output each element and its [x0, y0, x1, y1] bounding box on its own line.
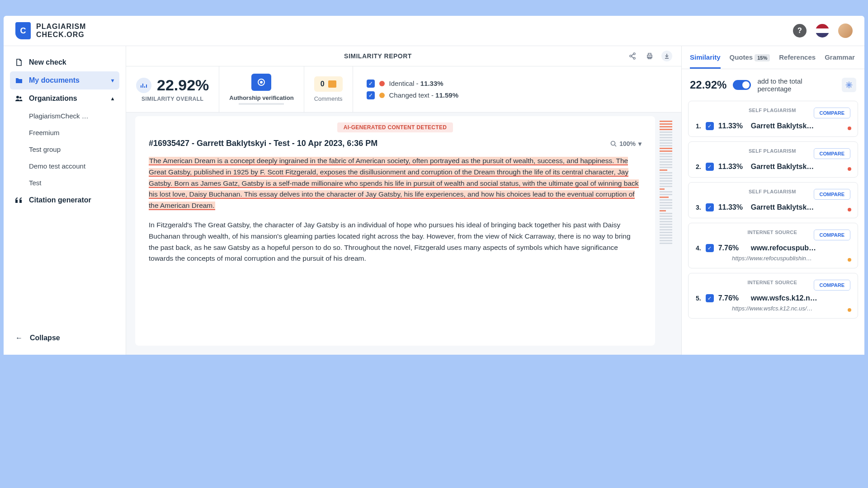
sidebar-org-item[interactable]: Freemium — [10, 124, 119, 141]
language-flag-icon[interactable] — [816, 24, 829, 38]
collapse-button[interactable]: ← Collapse — [10, 328, 119, 347]
svg-point-1 — [19, 97, 22, 99]
source-name: www.wsfcs.k12.n… — [751, 294, 817, 302]
source-dot-icon — [848, 208, 851, 211]
print-icon[interactable] — [644, 51, 655, 61]
svg-point-10 — [611, 141, 615, 145]
dot-orange-icon — [379, 93, 385, 98]
dot-red-icon — [379, 81, 385, 86]
highlighted-text[interactable]: The American Dream is a concept deeply i… — [149, 157, 639, 210]
folder-icon — [15, 77, 23, 84]
sidebar-citation-generator[interactable]: Citation generator — [10, 191, 119, 209]
report-title: SIMILARITY REPORT — [135, 52, 621, 60]
source-card[interactable]: SELF PLAGIARISM COMPARE 2. ✓ 11.33% Garr… — [688, 141, 858, 178]
quotes-badge: 15% — [755, 54, 770, 61]
source-tag: SELF PLAGIARISM — [749, 148, 796, 154]
compare-button[interactable]: COMPARE — [814, 148, 850, 159]
compare-button[interactable]: COMPARE — [814, 189, 850, 200]
chevron-down-icon: ▾ — [638, 140, 642, 147]
gear-icon[interactable] — [842, 78, 856, 92]
comments-label: Comments — [314, 95, 343, 102]
sidebar: New check My documents ▾ Organizations ▴… — [4, 46, 126, 355]
app-header: C PLAGIARISM CHECK.ORG ? — [4, 16, 864, 46]
search-icon — [610, 141, 617, 147]
source-tag: INTERNET SOURCE — [747, 230, 797, 235]
share-icon[interactable] — [627, 51, 638, 61]
sidebar-org-item[interactable]: PlagiarismCheck … — [10, 108, 119, 124]
minimap[interactable] — [660, 116, 672, 346]
compare-button[interactable]: COMPARE — [814, 230, 850, 240]
svg-rect-6 — [648, 53, 651, 55]
zoom-value: 100% — [619, 140, 636, 147]
svg-point-0 — [16, 96, 19, 99]
comment-icon — [328, 80, 336, 88]
tab-quotes[interactable]: Quotes15% — [730, 53, 770, 69]
source-card[interactable]: SELF PLAGIARISM COMPARE 3. ✓ 11.33% Garr… — [688, 182, 858, 218]
stat-authorship[interactable]: Authorship verification — [219, 66, 304, 112]
source-percentage: 7.76% — [718, 244, 746, 252]
ai-detected-banner: AI-GENERATED CONTENT DETECTED — [337, 122, 453, 132]
source-checkbox[interactable]: ✓ — [706, 294, 714, 302]
checkbox-identical[interactable]: ✓ — [367, 80, 375, 88]
download-icon[interactable] — [661, 51, 672, 61]
source-card[interactable]: INTERNET SOURCE COMPARE 5. ✓ 7.76% www.w… — [688, 273, 858, 319]
source-checkbox[interactable]: ✓ — [706, 163, 714, 171]
source-checkbox[interactable]: ✓ — [706, 122, 714, 130]
sidebar-label: Organizations — [29, 94, 77, 103]
toggle-add-total[interactable] — [733, 80, 751, 90]
arrow-left-icon: ← — [15, 334, 23, 342]
source-number: 1. — [696, 122, 701, 130]
source-name: Garrett Baklytsk… — [751, 203, 814, 211]
source-dot-icon — [848, 167, 851, 171]
similarity-value: 22.92% — [157, 76, 209, 94]
logo[interactable]: C PLAGIARISM CHECK.ORG — [15, 22, 86, 39]
users-icon — [15, 95, 23, 102]
panel-percentage: 22.92% — [690, 79, 726, 91]
tab-similarity[interactable]: Similarity — [690, 53, 721, 69]
sidebar-label: New check — [29, 58, 66, 66]
source-checkbox[interactable]: ✓ — [706, 244, 714, 252]
sidebar-org-item[interactable]: Test — [10, 174, 119, 191]
brand-line2: CHECK.ORG — [36, 31, 86, 39]
logo-mark-icon: C — [15, 22, 31, 39]
svg-point-9 — [260, 81, 263, 84]
quote-icon — [15, 197, 23, 203]
tab-references[interactable]: References — [779, 53, 816, 69]
similarity-label: SIMILARITY OVERALL — [142, 96, 203, 102]
source-dot-icon — [848, 258, 851, 262]
source-number: 4. — [696, 244, 701, 252]
sidebar-my-documents[interactable]: My documents ▾ — [10, 71, 119, 89]
avatar[interactable] — [838, 23, 853, 38]
sidebar-org-item[interactable]: Test group — [10, 141, 119, 158]
source-tag: INTERNET SOURCE — [747, 280, 797, 285]
help-icon[interactable]: ? — [793, 24, 807, 38]
compare-button[interactable]: COMPARE — [814, 108, 850, 118]
chart-icon — [136, 78, 151, 93]
source-number: 5. — [696, 295, 701, 302]
source-number: 2. — [696, 163, 701, 170]
source-percentage: 11.33% — [718, 122, 746, 130]
comments-count: 0 — [321, 80, 325, 88]
compare-button[interactable]: COMPARE — [814, 280, 850, 291]
sidebar-new-check[interactable]: New check — [10, 53, 119, 71]
sidebar-org-item[interactable]: Demo test account — [10, 158, 119, 174]
source-dot-icon — [848, 127, 851, 130]
source-tag: SELF PLAGIARISM — [749, 108, 796, 113]
authorship-label: Authorship verification — [229, 94, 293, 101]
stat-legend: ✓ Identical - 11.33% ✓ Changed text - 11… — [353, 66, 681, 112]
source-checkbox[interactable]: ✓ — [706, 203, 714, 211]
checkbox-changed[interactable]: ✓ — [367, 91, 375, 99]
source-card[interactable]: SELF PLAGIARISM COMPARE 1. ✓ 11.33% Garr… — [688, 101, 858, 137]
stat-similarity: 22.92% SIMILARITY OVERALL — [126, 66, 219, 112]
source-card[interactable]: INTERNET SOURCE COMPARE 4. ✓ 7.76% www.r… — [688, 223, 858, 268]
zoom-control[interactable]: 100% ▾ — [610, 140, 642, 147]
stat-comments[interactable]: 0 Comments — [304, 66, 353, 112]
document-paragraph: In Fitzgerald's The Great Gatsby, the ch… — [149, 220, 642, 264]
right-tabs: Similarity Quotes15% References Grammar — [682, 46, 864, 69]
svg-point-11 — [848, 84, 850, 86]
source-dot-icon — [848, 308, 851, 312]
source-percentage: 11.33% — [718, 203, 746, 211]
sidebar-organizations[interactable]: Organizations ▴ — [10, 89, 119, 108]
tab-grammar[interactable]: Grammar — [825, 53, 855, 69]
sidebar-label: My documents — [29, 76, 80, 84]
